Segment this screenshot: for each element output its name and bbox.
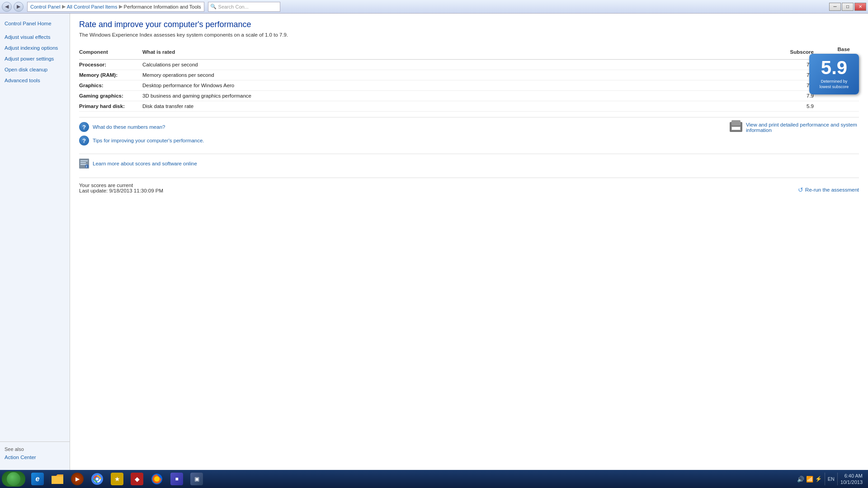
learn-icon: i (79, 159, 89, 169)
table-row: Memory (RAM): Memory operations per seco… (79, 70, 859, 80)
help-link-text-0[interactable]: What do these numbers mean? (93, 124, 165, 130)
table-row: Processor: Calculations per second 7.7 (79, 60, 859, 70)
breadcrumb-current: Performance Information and Tools (124, 4, 201, 9)
main-container: Control Panel Home Adjust visual effects… (0, 14, 868, 470)
rerun-icon: ↺ (798, 186, 803, 193)
search-icon: 🔍 (210, 4, 217, 9)
breadcrumb-arrow-2: ▶ (119, 4, 123, 9)
language-indicator: EN (828, 476, 835, 482)
row-what-4: Disk data transfer rate (142, 101, 787, 112)
clock-time: 6:40 AM (840, 473, 863, 479)
divider (79, 154, 859, 154)
breadcrumb-control-panel[interactable]: Control Panel (30, 4, 61, 9)
taskbar-right: 🔊 📶 ⚡ EN 6:40 AM 10/1/2013 (797, 473, 866, 486)
start-orb (7, 472, 20, 486)
footer-area: Your scores are current Last update: 9/1… (79, 178, 859, 193)
search-placeholder: Search Con... (218, 4, 249, 9)
row-component-3: Gaming graphics: (79, 91, 142, 101)
taskbar-media[interactable]: ▶ (68, 471, 87, 487)
address-bar[interactable]: Control Panel ▶ All Control Panel Items … (27, 2, 204, 12)
sidebar-item-power[interactable]: Adjust power settings (0, 53, 70, 64)
rerun-assessment-link[interactable]: ↺ Re-run the assessment (798, 186, 859, 193)
svg-rect-1 (80, 160, 88, 161)
tray-divider-2 (837, 473, 838, 485)
online-link-text[interactable]: Learn more about scores and software onl… (93, 161, 197, 166)
title-bar-left: ◀ ▶ Control Panel ▶ All Control Panel It… (2, 2, 280, 12)
app5-icon: ★ (111, 473, 123, 485)
score-label: Determined bylowest subscore (820, 79, 849, 89)
row-what-2: Desktop performance for Windows Aero (142, 80, 787, 91)
firefox-icon (151, 473, 163, 485)
table-row: Gaming graphics: 3D business and gaming … (79, 91, 859, 101)
tray-icon-3: ⚡ (815, 476, 822, 482)
svg-text:i: i (86, 164, 87, 169)
performance-table: Component What is rated Subscore Base sc… (79, 45, 859, 112)
view-print-link[interactable]: View and print detailed performance and … (746, 122, 859, 133)
tray-icon-1: 🔊 (797, 476, 804, 483)
scores-current-label: Your scores are current (79, 183, 163, 188)
sidebar-item-advanced-tools[interactable]: Advanced tools (0, 75, 70, 86)
row-what-1: Memory operations per second (142, 70, 787, 80)
breadcrumb-all-items[interactable]: All Control Panel Items (67, 4, 118, 9)
sidebar-item-visual-effects[interactable]: Adjust visual effects (0, 32, 70, 42)
ie-icon: e (31, 473, 44, 485)
breadcrumb-arrow-1: ▶ (62, 4, 66, 9)
content-area: Rate and improve your computer's perform… (70, 14, 868, 470)
sidebar-item-home[interactable]: Control Panel Home (0, 18, 70, 29)
sys-tray: 🔊 📶 ⚡ (797, 476, 822, 483)
table-wrapper: 5.9 Determined bylowest subscore Compone… (79, 45, 859, 112)
row-component-1: Memory (RAM): (79, 70, 142, 80)
close-button[interactable]: ✕ (854, 3, 866, 11)
maximize-button[interactable]: □ (842, 3, 854, 11)
minimize-button[interactable]: ─ (829, 3, 841, 11)
taskbar-ie[interactable]: e (28, 471, 47, 487)
subtitle: The Windows Experience Index assesses ke… (79, 32, 859, 38)
sidebar-bottom: See also Action Center (0, 441, 70, 465)
row-what-0: Calculations per second (142, 60, 787, 70)
taskbar-folder[interactable] (48, 471, 67, 487)
rerun-link-text[interactable]: Re-run the assessment (805, 187, 859, 192)
sidebar: Control Panel Home Adjust visual effects… (0, 14, 70, 470)
sidebar-item-action-center[interactable]: Action Center (5, 453, 41, 462)
chrome-icon (91, 473, 104, 485)
window-controls: ─ □ ✕ (829, 3, 866, 11)
clock: 6:40 AM 10/1/2013 (840, 473, 863, 486)
help-link-1: ? Tips for improving your computer's per… (79, 136, 204, 145)
help-link-text-1[interactable]: Tips for improving your computer's perfo… (93, 138, 204, 143)
last-update-label: Last update: 9/18/2013 11:30:09 PM (79, 188, 163, 193)
question-icon-1: ? (79, 136, 89, 145)
start-button[interactable] (2, 471, 25, 487)
taskbar-app6[interactable]: ◆ (127, 471, 146, 487)
col-header-component: Component (79, 45, 142, 60)
table-row: Graphics: Desktop performance for Window… (79, 80, 859, 91)
question-icon-0: ? (79, 122, 89, 132)
sidebar-item-disk-cleanup[interactable]: Open disk cleanup (0, 64, 70, 75)
svg-point-9 (96, 478, 99, 480)
row-subscore-4: 5.9 (787, 101, 823, 112)
taskbar-firefox[interactable] (147, 471, 166, 487)
row-component-2: Graphics: (79, 80, 142, 91)
taskbar-app5[interactable]: ★ (108, 471, 127, 487)
clock-date: 10/1/2013 (840, 479, 863, 485)
svg-rect-2 (80, 162, 86, 163)
online-link-area: i Learn more about scores and software o… (79, 159, 859, 169)
app6-icon: ◆ (131, 473, 143, 485)
taskbar-chrome[interactable] (88, 471, 107, 487)
svg-point-11 (154, 476, 160, 482)
see-also-label: See also (5, 446, 65, 452)
score-status: Your scores are current Last update: 9/1… (79, 183, 163, 193)
score-badge: 5.9 Determined bylowest subscore (809, 54, 859, 94)
title-bar: ◀ ▶ Control Panel ▶ All Control Panel It… (0, 0, 868, 14)
forward-button[interactable]: ▶ (14, 2, 24, 12)
taskbar-ie2[interactable]: ■ (167, 471, 186, 487)
help-link-0: ? What do these numbers mean? (79, 122, 204, 132)
row-basescore-4 (823, 101, 859, 112)
col-header-what: What is rated (142, 45, 787, 60)
back-button[interactable]: ◀ (2, 2, 12, 12)
taskbar-app9[interactable]: ▣ (187, 471, 206, 487)
printer-icon (730, 122, 742, 132)
sidebar-item-indexing[interactable]: Adjust indexing options (0, 42, 70, 53)
view-print-area: View and print detailed performance and … (730, 122, 859, 149)
search-box[interactable]: 🔍 Search Con... (208, 2, 280, 12)
tray-divider (825, 473, 825, 485)
